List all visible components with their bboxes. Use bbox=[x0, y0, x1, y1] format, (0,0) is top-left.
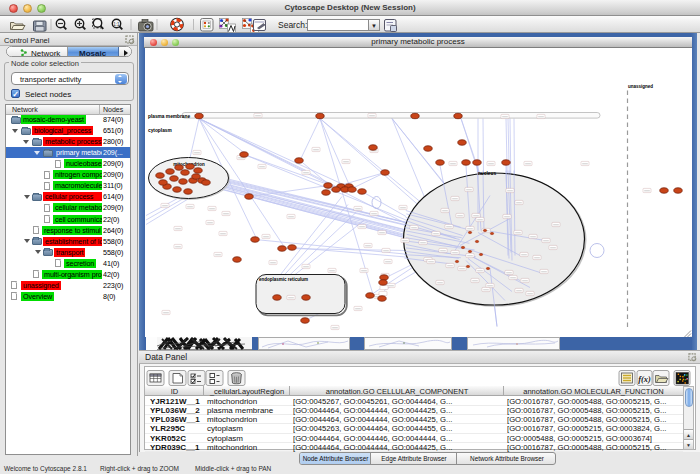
svg-text:f(x): f(x) bbox=[638, 374, 651, 384]
svg-text:1:1: 1:1 bbox=[113, 22, 120, 27]
svg-text:nucleus: nucleus bbox=[478, 170, 496, 175]
svg-text:unassigned: unassigned bbox=[628, 83, 653, 88]
svg-text:cytoplasm: cytoplasm bbox=[148, 127, 172, 132]
svg-text:plasma membrane: plasma membrane bbox=[148, 113, 190, 118]
svg-text:endoplasmic reticulum: endoplasmic reticulum bbox=[259, 277, 308, 282]
